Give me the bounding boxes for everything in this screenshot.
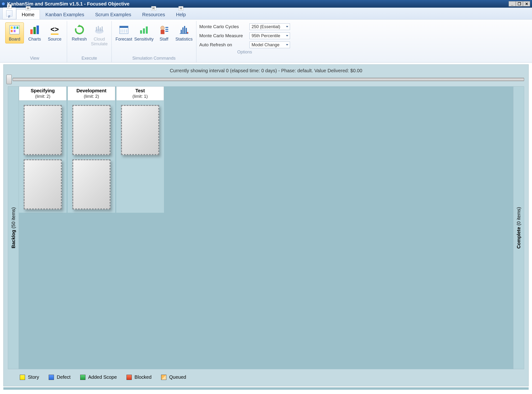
forecast-icon bbox=[118, 24, 130, 36]
charts-button[interactable]: Charts bbox=[25, 22, 44, 43]
ribbon-tabstrip: F F HomeHKanban ExamplesScrum ExamplesRe… bbox=[0, 8, 532, 20]
board-button[interactable]: Board bbox=[5, 22, 24, 43]
svg-rect-30 bbox=[165, 31, 168, 32]
forecast-label: Forecast bbox=[116, 37, 132, 42]
source-label: Source bbox=[48, 37, 61, 42]
legend: StoryDefectAdded ScopeBlockedQueued bbox=[5, 372, 527, 384]
kanban-column-development: Development(limit: 2) bbox=[68, 86, 115, 213]
svg-rect-4 bbox=[11, 30, 13, 32]
cycles-label: Monte Carlo Cycles bbox=[199, 24, 247, 29]
charts-icon bbox=[29, 24, 40, 36]
kanban-column-header: Test(limit: 1) bbox=[116, 86, 164, 101]
swatch-icon bbox=[126, 375, 132, 380]
ribbon-tab-help[interactable]: HelpH bbox=[170, 9, 191, 19]
sensitivity-button[interactable]: Sensitivity bbox=[135, 22, 153, 43]
measure-label: Monte Carlo Measure bbox=[199, 33, 247, 38]
staff-icon bbox=[158, 24, 170, 36]
legend-label: Queued bbox=[169, 374, 186, 380]
restore-button[interactable]: ❐ bbox=[516, 1, 523, 6]
refresh-icon bbox=[74, 24, 85, 36]
close-button[interactable]: ✕ bbox=[523, 1, 530, 6]
column-name: Development bbox=[69, 88, 114, 93]
keytip: H bbox=[179, 6, 183, 10]
measure-dropdown[interactable]: 95th Percentile bbox=[249, 32, 290, 39]
file-tab[interactable]: F F bbox=[2, 7, 16, 19]
kanban-column-test: Test(limit: 1) bbox=[116, 86, 164, 213]
card-slot[interactable] bbox=[24, 159, 62, 209]
auto-refresh-dropdown[interactable]: Model Change bbox=[249, 41, 290, 48]
svg-rect-13 bbox=[96, 27, 97, 31]
complete-column[interactable]: Complete (0 items) bbox=[513, 86, 524, 369]
board-container: Currently showing interval 0 (elapsed ti… bbox=[0, 62, 532, 392]
file-keytip: F bbox=[7, 4, 12, 9]
card-slot[interactable] bbox=[24, 105, 62, 155]
kanban-column-specifying: Specifying(limit: 2) bbox=[19, 86, 67, 213]
staff-label: Staff bbox=[160, 37, 169, 42]
window-title: KanbanSim and ScrumSim v1.5.1 - Focused … bbox=[7, 1, 129, 7]
card-slot[interactable] bbox=[72, 159, 111, 209]
kanban-column-header: Development(limit: 2) bbox=[68, 86, 115, 101]
group-label-execute: Execute bbox=[70, 54, 109, 62]
staff-button[interactable]: Staff bbox=[155, 22, 173, 43]
backlog-column[interactable]: Backlog (50 items) bbox=[8, 86, 19, 369]
board-columns: Backlog (50 items) Specifying(limit: 2)D… bbox=[5, 86, 527, 372]
board-icon bbox=[9, 24, 20, 36]
forecast-button[interactable]: Forecast bbox=[115, 22, 133, 43]
refresh-label: Refresh bbox=[72, 37, 87, 42]
svg-rect-3 bbox=[16, 26, 18, 29]
statistics-icon bbox=[178, 24, 190, 36]
timeline-slider[interactable] bbox=[5, 76, 527, 83]
titlebar: KanbanSim and ScrumSim v1.5.1 - Focused … bbox=[0, 0, 532, 8]
kanban-column-header: Specifying(limit: 2) bbox=[19, 86, 67, 101]
source-icon: <> bbox=[49, 24, 60, 36]
svg-rect-23 bbox=[140, 30, 142, 34]
ribbon-tab-resources[interactable]: ResourcesR bbox=[137, 9, 171, 19]
svg-rect-8 bbox=[37, 26, 39, 34]
svg-rect-24 bbox=[143, 28, 145, 34]
ribbon-tab-kanban-examples[interactable]: Kanban Examples bbox=[40, 9, 90, 19]
ribbon-group-simulation: Forecast Sensitivity Staff Statistics bbox=[112, 21, 196, 62]
slider-thumb[interactable] bbox=[6, 75, 12, 84]
svg-rect-27 bbox=[161, 30, 164, 34]
svg-rect-18 bbox=[120, 26, 128, 28]
measure-value: 95th Percentile bbox=[252, 33, 280, 38]
board-panel: Currently showing interval 0 (elapsed ti… bbox=[3, 64, 529, 386]
cycles-dropdown[interactable]: 250 (Essential) bbox=[249, 23, 290, 30]
cycles-value: 250 (Essential) bbox=[252, 24, 280, 29]
svg-rect-1 bbox=[11, 26, 13, 29]
backlog-count: (50 items) bbox=[11, 207, 16, 228]
legend-label: Story bbox=[28, 374, 39, 380]
svg-rect-14 bbox=[98, 26, 99, 31]
group-label-options: Options bbox=[199, 48, 290, 56]
file-keytip-letter: F bbox=[8, 15, 11, 19]
legend-item-blocked: Blocked bbox=[126, 374, 152, 380]
svg-rect-16 bbox=[102, 26, 103, 31]
svg-rect-34 bbox=[184, 26, 185, 34]
sensitivity-icon bbox=[138, 24, 150, 36]
card-slot[interactable] bbox=[121, 105, 159, 155]
ribbon-group-options: Monte Carlo Cycles 250 (Essential) Monte… bbox=[196, 21, 293, 62]
group-label-view: View bbox=[5, 54, 64, 62]
source-button[interactable]: <> Source bbox=[45, 22, 64, 43]
cloud-simulate-label: Cloud Simulate bbox=[91, 37, 108, 47]
ribbon-tab-scrum-examples[interactable]: Scrum Examples bbox=[90, 9, 137, 19]
refresh-button[interactable]: Refresh bbox=[70, 22, 89, 43]
legend-item-added-scope: Added Scope bbox=[80, 374, 117, 380]
keytip: H bbox=[26, 6, 31, 10]
complete-count: (0 items) bbox=[516, 207, 521, 226]
swatch-icon bbox=[49, 375, 54, 380]
ribbon-body: Board Charts <> Source View bbox=[0, 20, 532, 62]
ribbon-tab-home[interactable]: HomeH bbox=[16, 9, 40, 19]
statistics-button[interactable]: Statistics bbox=[175, 22, 193, 43]
sensitivity-label: Sensitivity bbox=[134, 37, 153, 42]
status-text: Currently showing interval 0 (elapsed ti… bbox=[5, 67, 527, 76]
app-orb-icon bbox=[2, 2, 5, 5]
column-name: Specifying bbox=[20, 88, 65, 93]
column-limit: (limit: 1) bbox=[132, 94, 148, 99]
card-slot[interactable] bbox=[72, 105, 111, 155]
svg-point-26 bbox=[161, 26, 164, 30]
legend-item-defect: Defect bbox=[49, 374, 71, 380]
legend-label: Added Scope bbox=[88, 374, 117, 380]
svg-rect-2 bbox=[14, 26, 16, 29]
minimize-button[interactable]: _ bbox=[509, 1, 516, 6]
